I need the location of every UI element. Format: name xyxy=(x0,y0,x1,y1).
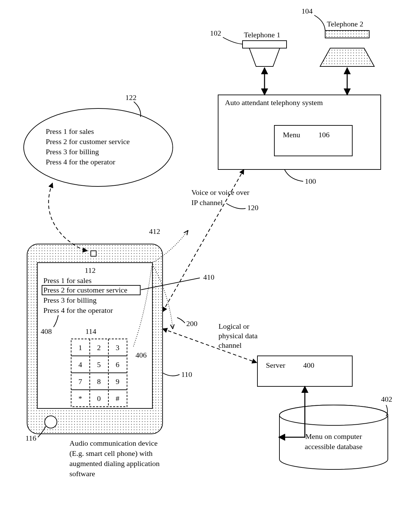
ref-400: 400 xyxy=(303,361,314,369)
device-caption-3: augmented dialing application xyxy=(69,459,160,468)
ref-410: 410 xyxy=(203,273,214,281)
svg-text:408: 408 xyxy=(41,327,52,336)
svg-rect-2 xyxy=(243,41,287,48)
ref-106: 106 xyxy=(318,130,330,139)
ref-200: 200 xyxy=(177,318,197,328)
svg-text:120: 120 xyxy=(247,203,258,212)
svg-marker-6 xyxy=(320,48,374,66)
device-caption-1: Audio communication device xyxy=(69,439,158,447)
menu-box xyxy=(274,125,352,156)
bubble-line-1: Press 1 for sales xyxy=(46,127,94,136)
screen-menu-4[interactable]: Press 4 for the operator xyxy=(43,306,113,315)
telephone-1: Telephone 1 xyxy=(243,31,287,66)
phone-camera xyxy=(91,251,96,256)
svg-text:200: 200 xyxy=(186,319,197,328)
keypad-star[interactable]: * xyxy=(79,394,82,403)
keypad-hash[interactable]: # xyxy=(116,394,120,403)
voice-label-2: IP channel xyxy=(191,198,223,207)
svg-text:110: 110 xyxy=(181,370,192,379)
screen-menu-1[interactable]: Press 1 for sales xyxy=(43,276,91,285)
svg-text:100: 100 xyxy=(305,177,316,185)
attendant-title: Auto attendant telephony system xyxy=(225,98,323,107)
bubble-line-4: Press 4 for the operator xyxy=(46,158,115,166)
telephone-1-label: Telephone 1 xyxy=(244,31,280,39)
ref-110: 110 xyxy=(163,370,192,379)
diagram-root: Telephone 1 102 Telephone 2 104 Auto att… xyxy=(0,0,420,525)
bubble-line-3: Press 3 for billing xyxy=(46,147,99,156)
svg-text:116: 116 xyxy=(25,434,36,442)
ref-102: 102 xyxy=(210,29,242,44)
screen-menu-2[interactable]: Press 2 for customer service xyxy=(43,286,127,294)
keypad-5[interactable]: 5 xyxy=(97,360,101,369)
server-box xyxy=(257,356,352,386)
keypad-8[interactable]: 8 xyxy=(97,377,101,386)
svg-point-21 xyxy=(279,405,388,425)
db-line-1: Menu on computer xyxy=(305,432,362,441)
keypad-0[interactable]: 0 xyxy=(97,394,101,403)
data-label-2: physical data xyxy=(218,331,258,340)
keypad-2[interactable]: 2 xyxy=(97,343,101,352)
screen-menu-3[interactable]: Press 3 for billing xyxy=(43,296,97,304)
device-caption-4: software xyxy=(69,469,95,478)
svg-text:122: 122 xyxy=(125,93,136,102)
keypad-3[interactable]: 3 xyxy=(116,343,120,352)
server-label: Server xyxy=(266,361,286,369)
keypad-9[interactable]: 9 xyxy=(116,377,120,386)
keypad[interactable]: 1 2 3 4 5 6 7 8 9 * 0 # xyxy=(71,339,127,407)
link-bubble-phone xyxy=(48,183,87,251)
ref-406: 406 xyxy=(135,351,147,359)
keypad-6[interactable]: 6 xyxy=(116,360,120,369)
bubble-line-2: Press 2 for customer service xyxy=(46,137,130,146)
svg-text:102: 102 xyxy=(210,29,221,37)
telephone-2-label: Telephone 2 xyxy=(327,20,363,28)
ref-114: 114 xyxy=(85,327,96,336)
svg-text:402: 402 xyxy=(381,395,392,403)
svg-text:104: 104 xyxy=(301,7,313,15)
keypad-7[interactable]: 7 xyxy=(79,377,82,386)
voice-label-1: Voice or voice over xyxy=(191,188,250,197)
db-line-2: accessible database xyxy=(305,442,362,451)
ref-104: 104 xyxy=(301,7,325,31)
ref-412: 412 xyxy=(149,227,160,236)
data-label-1: Logical or xyxy=(218,322,250,330)
ref-100: 100 xyxy=(285,169,316,185)
telephone-2: Telephone 2 xyxy=(320,20,374,66)
svg-marker-3 xyxy=(249,48,280,66)
svg-rect-5 xyxy=(325,31,369,38)
ref-112: 112 xyxy=(85,266,96,275)
phone-home-button[interactable] xyxy=(45,416,57,428)
data-label-3: channel xyxy=(218,341,241,349)
device-caption-2: (E.g. smart cell phone) with xyxy=(69,449,153,458)
keypad-1[interactable]: 1 xyxy=(79,343,82,352)
ref-120: 120 xyxy=(226,203,258,212)
keypad-4[interactable]: 4 xyxy=(79,360,82,369)
menu-box-label: Menu xyxy=(283,130,300,139)
